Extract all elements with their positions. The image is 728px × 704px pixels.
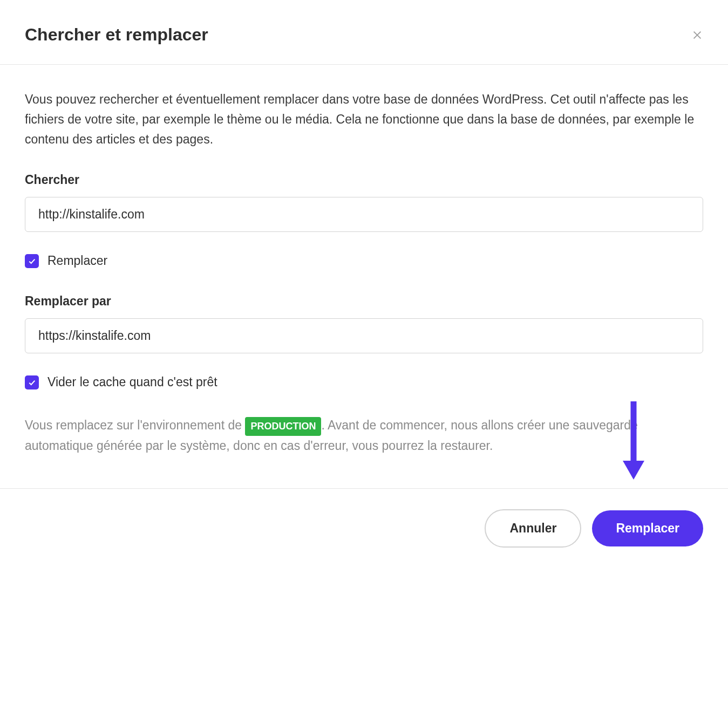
description-text: Vous pouvez rechercher et éventuellement… — [25, 90, 703, 149]
replace-with-field-group: Remplacer par — [25, 294, 703, 353]
modal-body: Vous pouvez rechercher et éventuellement… — [0, 65, 728, 488]
close-icon[interactable] — [691, 29, 703, 41]
search-field-group: Chercher — [25, 173, 703, 232]
replace-checkbox[interactable] — [25, 254, 39, 268]
warning-text: Vous remplacez sur l'environnement de PR… — [25, 415, 703, 455]
modal-title: Chercher et remplacer — [25, 25, 208, 45]
arrow-down-icon — [620, 399, 647, 482]
replace-checkbox-label: Remplacer — [47, 254, 107, 268]
search-label: Chercher — [25, 173, 703, 187]
clear-cache-checkbox[interactable] — [25, 375, 39, 389]
search-input[interactable] — [25, 197, 703, 232]
modal-footer: Annuler Remplacer — [0, 488, 728, 573]
modal-header: Chercher et remplacer — [0, 0, 728, 65]
replace-with-input[interactable] — [25, 318, 703, 353]
warning-before: Vous remplacez sur l'environnement de — [25, 418, 245, 432]
clear-cache-checkbox-label: Vider le cache quand c'est prêt — [47, 375, 217, 389]
svg-marker-3 — [623, 461, 644, 480]
clear-cache-checkbox-row: Vider le cache quand c'est prêt — [25, 375, 703, 389]
replace-with-label: Remplacer par — [25, 294, 703, 309]
cancel-button[interactable]: Annuler — [485, 509, 581, 548]
replace-checkbox-row: Remplacer — [25, 254, 703, 268]
replace-button[interactable]: Remplacer — [592, 510, 703, 546]
production-badge: PRODUCTION — [245, 417, 321, 436]
